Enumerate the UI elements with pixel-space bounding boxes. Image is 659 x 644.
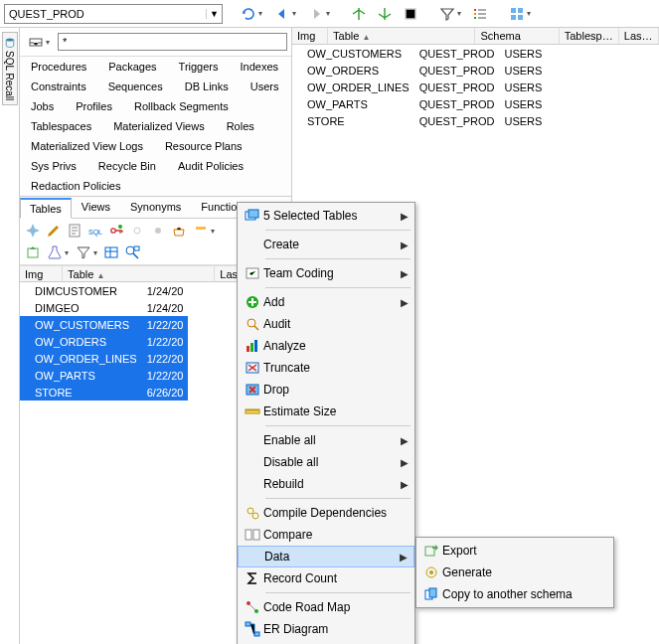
category-tab[interactable]: Recycle Bin bbox=[87, 156, 167, 176]
quick-filter-button[interactable]: ▾ bbox=[44, 242, 72, 262]
submenu-export[interactable]: Export bbox=[416, 540, 613, 562]
col-schema[interactable]: Schema bbox=[475, 28, 559, 45]
script-button[interactable] bbox=[65, 221, 84, 241]
table-row[interactable]: OW_PARTSQUEST_PRODUSERS bbox=[292, 95, 557, 112]
menu-analyze[interactable]: Analyze bbox=[238, 335, 414, 357]
category-tab[interactable]: Tablespaces bbox=[20, 116, 102, 136]
menu-add[interactable]: Add▶ bbox=[238, 291, 414, 313]
menu-enable-all[interactable]: Enable all▶ bbox=[238, 429, 414, 451]
table-row[interactable]: OW_ORDERSQUEST_PRODUSERS bbox=[292, 62, 557, 79]
table-row[interactable]: OW_PARTS1/22/20 bbox=[20, 367, 188, 384]
clear-button[interactable] bbox=[400, 3, 421, 25]
col-tablespace[interactable]: Tablespace bbox=[560, 28, 619, 45]
category-tab[interactable]: Materialized View Logs bbox=[20, 136, 154, 156]
arrow-left-icon bbox=[274, 6, 290, 22]
category-tab[interactable]: Profiles bbox=[65, 96, 123, 116]
category-tab[interactable]: Audit Policies bbox=[167, 156, 254, 176]
view-mode-button[interactable]: ▾ bbox=[505, 3, 535, 25]
clear-filter-button[interactable] bbox=[101, 242, 121, 262]
category-tab[interactable]: Jobs bbox=[20, 96, 65, 116]
nav-forward-button[interactable]: ▾ bbox=[304, 3, 334, 25]
category-tab[interactable]: Users bbox=[240, 77, 290, 96]
table-row[interactable]: DIMCUSTOMER1/24/20 bbox=[20, 282, 188, 299]
menu-data[interactable]: Data▶ bbox=[238, 546, 414, 567]
more-actions-button[interactable]: ▾ bbox=[190, 221, 218, 241]
sub-tab-synonyms[interactable]: Synonyms bbox=[120, 197, 191, 218]
category-tab[interactable]: Roles bbox=[216, 116, 265, 136]
compile-button[interactable] bbox=[127, 221, 147, 241]
table-row[interactable]: STOREQUEST_PRODUSERS bbox=[292, 112, 557, 129]
category-tab[interactable]: Sequences bbox=[97, 77, 174, 96]
pane-menu-button[interactable]: ▾ bbox=[24, 31, 54, 53]
tray-icon bbox=[28, 34, 44, 50]
submenu-copy-schema[interactable]: Copy to another schema bbox=[416, 583, 613, 605]
category-tab[interactable]: Packages bbox=[97, 57, 167, 77]
category-tab[interactable]: Rollback Segments bbox=[123, 96, 240, 116]
find-button[interactable] bbox=[122, 242, 142, 262]
menu-selected-tables[interactable]: 5 Selected Tables ▶ bbox=[238, 205, 414, 227]
filter-button[interactable]: ▾ bbox=[435, 3, 465, 25]
table-row[interactable]: OW_CUSTOMERS1/22/20 bbox=[20, 316, 188, 333]
svg-rect-19 bbox=[134, 246, 139, 250]
menu-create[interactable]: Create▶ bbox=[238, 234, 414, 255]
connection-combo[interactable]: ▼ bbox=[4, 4, 223, 24]
submenu-generate[interactable]: Generate bbox=[416, 562, 613, 583]
context-menu: 5 Selected Tables ▶ Create▶ Team Coding▶… bbox=[237, 202, 415, 644]
menu-drop[interactable]: Drop bbox=[238, 379, 414, 401]
expand-all-button[interactable] bbox=[374, 3, 396, 25]
menu-query-builder[interactable]: SQLQuery Builder bbox=[238, 640, 414, 644]
menu-truncate[interactable]: Truncate bbox=[238, 357, 414, 379]
favorites-button[interactable] bbox=[169, 221, 189, 241]
connection-dropdown-button[interactable]: ▼ bbox=[206, 9, 222, 19]
category-tab[interactable]: Procedures bbox=[20, 57, 97, 77]
col-img[interactable]: Img bbox=[292, 28, 328, 45]
funnel-icon bbox=[76, 244, 91, 260]
category-tab[interactable]: DB Links bbox=[174, 77, 240, 96]
menu-audit[interactable]: Audit bbox=[238, 313, 414, 335]
category-tab[interactable]: Constraints bbox=[20, 77, 97, 96]
menu-er-diagram[interactable]: ER Diagram bbox=[238, 618, 414, 640]
menu-team-coding[interactable]: Team Coding▶ bbox=[238, 262, 414, 284]
analyze-icon bbox=[242, 338, 263, 354]
table-row[interactable]: DIMGEO1/24/20 bbox=[20, 299, 188, 316]
nav-back-button[interactable]: ▾ bbox=[270, 3, 300, 25]
new-object-button[interactable] bbox=[23, 221, 43, 241]
list-options-button[interactable] bbox=[469, 3, 491, 25]
col-table[interactable]: Table▲ bbox=[328, 28, 475, 45]
category-tab[interactable]: Indexes bbox=[230, 57, 290, 77]
refresh-button[interactable]: ▾ bbox=[237, 3, 266, 25]
menu-code-road-map[interactable]: Code Road Map bbox=[238, 596, 414, 618]
edit-object-button[interactable] bbox=[44, 221, 64, 241]
sub-tab-views[interactable]: Views bbox=[72, 197, 120, 218]
collapse-all-button[interactable] bbox=[348, 3, 370, 25]
lhs-filter-button[interactable]: ▾ bbox=[73, 242, 100, 262]
table-row[interactable]: OW_CUSTOMERSQUEST_PRODUSERS bbox=[292, 45, 557, 62]
flask-icon bbox=[47, 244, 63, 260]
category-tab[interactable]: Triggers bbox=[168, 57, 230, 77]
menu-record-count[interactable]: Record Count bbox=[238, 567, 414, 589]
sql-button[interactable]: SQL bbox=[85, 221, 105, 241]
connection-input[interactable] bbox=[5, 5, 206, 23]
category-tab[interactable]: Redaction Policies bbox=[20, 176, 132, 196]
menu-disable-all[interactable]: Disable all▶ bbox=[238, 451, 414, 473]
col-table[interactable]: Table▲ bbox=[63, 265, 215, 282]
sub-tab-tables[interactable]: Tables bbox=[20, 198, 72, 219]
category-tab[interactable]: Resource Plans bbox=[154, 136, 253, 156]
sql-recall-tab[interactable]: SQL Recall bbox=[0, 28, 20, 644]
menu-compare[interactable]: Compare bbox=[238, 524, 414, 546]
export-button[interactable] bbox=[23, 242, 43, 262]
debug-button[interactable] bbox=[148, 221, 168, 241]
menu-compile-dependencies[interactable]: Compile Dependencies bbox=[238, 502, 414, 524]
menu-estimate-size[interactable]: Estimate Size bbox=[238, 401, 414, 422]
privileges-button[interactable] bbox=[106, 221, 126, 241]
table-row[interactable]: OW_ORDER_LINESQUEST_PRODUSERS bbox=[292, 79, 557, 95]
table-row[interactable]: OW_ORDERS1/22/20 bbox=[20, 333, 188, 350]
table-row[interactable]: STORE6/26/20 bbox=[20, 384, 188, 401]
object-filter-input[interactable] bbox=[58, 33, 287, 51]
table-row[interactable]: OW_ORDER_LINES1/22/20 bbox=[20, 350, 188, 367]
col-img[interactable]: Img bbox=[20, 265, 63, 282]
category-tab[interactable]: Sys Privs bbox=[20, 156, 87, 176]
menu-rebuild[interactable]: Rebuild▶ bbox=[238, 473, 414, 495]
category-tab[interactable]: Materialized Views bbox=[102, 116, 216, 136]
col-last-analyzed[interactable]: Last An bbox=[619, 28, 659, 45]
